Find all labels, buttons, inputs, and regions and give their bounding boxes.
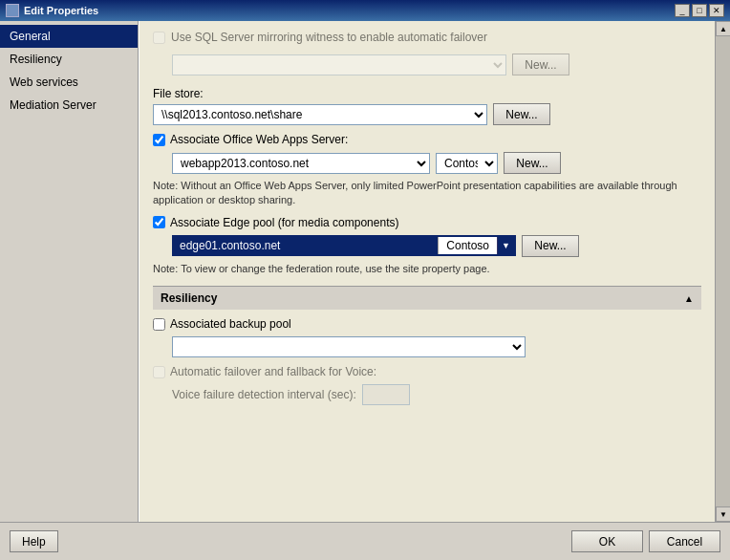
- dialog-title: Edit Properties: [6, 4, 98, 17]
- edge-pool-new-button[interactable]: New...: [522, 235, 579, 257]
- file-store-new-button[interactable]: New...: [493, 103, 550, 125]
- mirroring-select[interactable]: [172, 54, 506, 75]
- edge-pool-row: Associate Edge pool (for media component…: [153, 216, 701, 276]
- ok-button[interactable]: OK: [571, 530, 643, 552]
- scroll-track: [716, 36, 730, 506]
- dialog-icon: [6, 4, 19, 17]
- file-store-label: File store:: [153, 87, 701, 100]
- office-webapps-input-row: webapp2013.contoso.net Contoso New...: [172, 152, 701, 174]
- sidebar-item-resiliency[interactable]: Resiliency: [0, 48, 138, 71]
- backup-pool-select[interactable]: [172, 336, 526, 357]
- backup-pool-check-row: Associated backup pool: [153, 317, 701, 331]
- auto-failover-row: Automatic failover and fallback for Voic…: [153, 365, 701, 405]
- detection-interval-input[interactable]: [362, 384, 410, 405]
- file-store-select[interactable]: \\sql2013.contoso.net\share: [153, 104, 487, 125]
- edge-pool-input-row: edge01.contoso.net Contoso ▼ New...: [172, 235, 701, 257]
- sidebar-item-general[interactable]: General: [0, 25, 138, 48]
- mirroring-new-button[interactable]: New...: [512, 54, 569, 75]
- detection-interval-row: Voice failure detection interval (sec):: [172, 384, 701, 405]
- edge-pool-value: edge01.contoso.net: [174, 237, 438, 254]
- resiliency-title: Resiliency: [161, 291, 217, 305]
- mirroring-checkbox[interactable]: [153, 32, 165, 44]
- scroll-up-button[interactable]: ▲: [716, 21, 730, 36]
- office-webapps-row: Associate Office Web Apps Server: webapp…: [153, 133, 701, 208]
- office-webapps-label: Associate Office Web Apps Server:: [170, 133, 348, 146]
- mirroring-row: Use SQL Server mirroring witness to enab…: [153, 31, 701, 44]
- backup-pool-row: Associated backup pool: [153, 317, 701, 357]
- resiliency-section-header: Resiliency ▲: [153, 286, 701, 310]
- sidebar-item-mediation-server[interactable]: Mediation Server: [0, 94, 138, 117]
- office-webapps-new-button[interactable]: New...: [504, 152, 561, 174]
- bottom-bar: Help OK Cancel: [0, 522, 730, 560]
- edge-pool-note: Note: To view or change the federation r…: [153, 262, 701, 276]
- sidebar-item-web-services[interactable]: Web services: [0, 71, 138, 94]
- title-bar: Edit Properties _ □ ✕: [0, 0, 730, 21]
- backup-pool-label: Associated backup pool: [170, 317, 291, 331]
- help-button[interactable]: Help: [10, 530, 58, 552]
- office-webapps-check-row: Associate Office Web Apps Server:: [153, 133, 701, 146]
- maximize-button[interactable]: □: [692, 4, 707, 17]
- auto-failover-check-row: Automatic failover and fallback for Voic…: [153, 365, 701, 378]
- auto-failover-checkbox[interactable]: [153, 366, 165, 378]
- title-bar-controls: _ □ ✕: [675, 4, 724, 17]
- auto-failover-label: Automatic failover and fallback for Voic…: [170, 365, 376, 378]
- edge-pool-check-row: Associate Edge pool (for media component…: [153, 216, 701, 229]
- resiliency-collapse-arrow[interactable]: ▲: [684, 293, 694, 304]
- minimize-button[interactable]: _: [675, 4, 690, 17]
- detection-interval-label: Voice failure detection interval (sec):: [172, 388, 356, 401]
- scroll-down-button[interactable]: ▼: [716, 506, 730, 522]
- office-webapps-note: Note: Without an Office Web Apps Server,…: [153, 179, 701, 208]
- file-store-row: File store: \\sql2013.contoso.net\share …: [153, 87, 701, 125]
- office-webapps-select[interactable]: webapp2013.contoso.net: [172, 153, 430, 174]
- scrollbar: ▲ ▼: [715, 21, 730, 522]
- close-button[interactable]: ✕: [709, 4, 724, 17]
- edge-pool-label: Associate Edge pool (for media component…: [170, 216, 398, 229]
- dialog-body: General Resiliency Web services Mediatio…: [0, 21, 730, 560]
- bottom-right-buttons: OK Cancel: [571, 530, 720, 552]
- backup-pool-checkbox[interactable]: [153, 318, 165, 331]
- cancel-button[interactable]: Cancel: [649, 530, 720, 552]
- office-webapps-checkbox[interactable]: [153, 134, 165, 146]
- edge-pool-org: Contoso: [438, 237, 497, 254]
- edge-pool-checkbox[interactable]: [153, 216, 165, 228]
- content-area: General Resiliency Web services Mediatio…: [0, 21, 730, 522]
- edge-pool-dropdown-arrow[interactable]: ▼: [497, 237, 514, 254]
- backup-pool-input-row: [172, 336, 701, 357]
- office-webapps-org-select[interactable]: Contoso: [436, 153, 498, 174]
- mirroring-dropdown-row: New...: [172, 54, 701, 75]
- sidebar: General Resiliency Web services Mediatio…: [0, 21, 139, 522]
- main-panel: Use SQL Server mirroring witness to enab…: [139, 21, 715, 522]
- edge-pool-select-container[interactable]: edge01.contoso.net Contoso ▼: [172, 235, 516, 256]
- mirroring-label: Use SQL Server mirroring witness to enab…: [171, 31, 487, 44]
- file-store-input-row: \\sql2013.contoso.net\share New...: [153, 103, 701, 125]
